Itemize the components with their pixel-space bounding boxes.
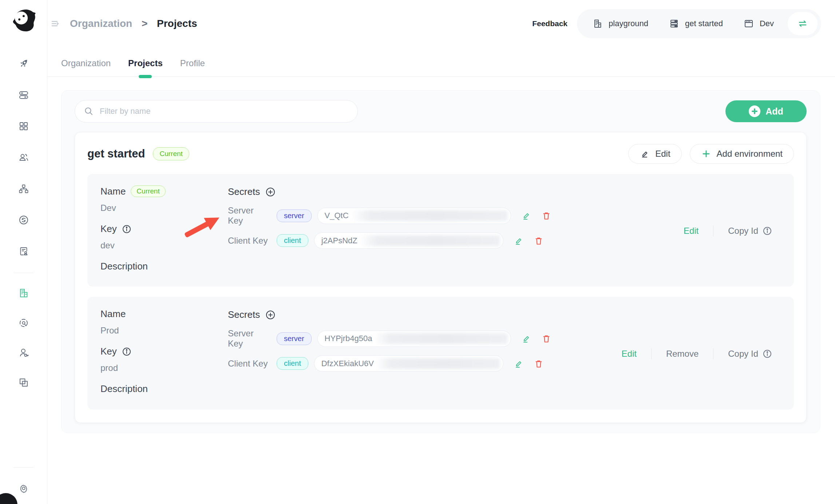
env-remove-link[interactable]: Remove [652, 349, 713, 359]
edit-secret-button[interactable] [513, 358, 524, 369]
breadcrumb-separator: > [142, 18, 147, 29]
client-badge: client [277, 234, 308, 247]
env-description-label: Description [100, 261, 228, 272]
delete-secret-button[interactable] [541, 210, 552, 221]
panel-toolbar: Add [75, 100, 807, 123]
app-root: Organization > Projects Feedback playgro… [0, 0, 835, 504]
server-stack-icon [669, 18, 680, 29]
sync-icon [17, 214, 30, 226]
env-edit-link[interactable]: Edit [669, 226, 713, 236]
client-key-value-field[interactable]: DfzXEkiakU6V [314, 355, 503, 372]
sidebar-item-toggles[interactable] [17, 89, 30, 101]
sidebar-nav-bottom [17, 287, 30, 389]
grid-icon [17, 120, 30, 132]
sidebar-item-rocket[interactable] [17, 57, 30, 70]
trash-icon [533, 358, 544, 369]
server-key-value: V_QtC [325, 211, 349, 220]
name-label: Name [100, 186, 126, 197]
info-icon[interactable] [122, 224, 131, 234]
edit-secret-button[interactable] [521, 333, 531, 344]
sidebar-item-user-key[interactable] [17, 347, 30, 359]
tab-profile[interactable]: Profile [180, 58, 205, 76]
redacted-blur [376, 358, 500, 369]
env-name-label-row: Name [100, 308, 228, 320]
switcher-environment[interactable]: Dev [733, 18, 784, 29]
trash-icon [541, 333, 552, 344]
env-dev-secrets-column: Secrets Server Key server V_QtC [228, 185, 669, 276]
description-label: Description [100, 383, 148, 395]
project-header-actions: Edit Add environment [628, 144, 794, 164]
code-window-icon [743, 18, 754, 29]
delete-secret-button[interactable] [541, 333, 552, 344]
info-icon [763, 226, 772, 236]
context-swap-button[interactable] [788, 12, 818, 35]
plus-circle-icon [749, 105, 760, 117]
client-key-row: Client Key client DfzXEkiakU6V [228, 355, 607, 372]
pencil-icon [513, 358, 524, 369]
delete-secret-button[interactable] [533, 358, 544, 369]
sidebar-item-target[interactable] [17, 317, 30, 329]
server-key-value-field[interactable]: V_QtC [317, 208, 511, 224]
sidebar-item-users[interactable] [17, 151, 30, 164]
edit-secret-button[interactable] [521, 210, 531, 221]
app-logo-icon[interactable] [8, 5, 39, 36]
add-secret-icon[interactable] [265, 309, 276, 320]
pencil-icon [521, 333, 531, 344]
env-copy-id-link[interactable]: Copy Id [713, 226, 787, 236]
collapse-icon [50, 17, 62, 30]
tab-organization[interactable]: Organization [61, 58, 111, 76]
tab-projects[interactable]: Projects [128, 58, 163, 76]
secrets-label: Secrets [228, 309, 260, 320]
sidebar-item-sitemap[interactable] [17, 183, 30, 195]
add-button-label: Add [765, 106, 783, 117]
info-icon[interactable] [122, 347, 131, 356]
red-arrow-annotation [180, 211, 231, 244]
sidebar-item-projects[interactable] [17, 376, 30, 389]
sidebar-item-grid[interactable] [17, 120, 30, 132]
breadcrumb-parent[interactable]: Organization [70, 18, 132, 29]
server-key-row: Server Key server HYPjrb4g50a [228, 328, 607, 349]
topbar-right: Feedback playground [532, 9, 821, 38]
edit-secret-button[interactable] [513, 235, 524, 246]
overlap-squares-icon [17, 376, 30, 389]
plus-icon [701, 149, 711, 159]
filter-input[interactable] [100, 107, 349, 116]
project-edit-button[interactable]: Edit [628, 144, 681, 164]
sidebar-item-organization[interactable] [17, 287, 30, 299]
client-key-value-field[interactable]: j2APsNdZ [314, 232, 503, 249]
copy-id-label: Copy Id [728, 349, 758, 359]
add-project-button[interactable]: Add [725, 100, 807, 122]
server-key-value-field[interactable]: HYPjrb4g50a [317, 331, 511, 347]
sidebar-collapse-button[interactable] [50, 17, 62, 30]
env-edit-link[interactable]: Edit [607, 349, 651, 359]
secrets-label: Secrets [228, 186, 260, 197]
users-icon [17, 151, 30, 164]
server-key-row: Server Key server V_QtC [228, 205, 669, 226]
license-icon [17, 245, 30, 257]
switcher-project[interactable]: get started [658, 18, 733, 29]
tab-bar: Organization Projects Profile [47, 47, 835, 77]
name-label: Name [100, 308, 126, 320]
sidebar-item-settings[interactable] [17, 482, 30, 495]
key-label: Key [100, 346, 117, 357]
delete-secret-button[interactable] [533, 235, 544, 246]
building-icon [592, 18, 603, 29]
trash-icon [533, 235, 544, 246]
env-copy-id-link[interactable]: Copy Id [713, 349, 787, 359]
description-label: Description [100, 261, 148, 272]
swap-arrows-icon [796, 17, 809, 30]
feedback-link[interactable]: Feedback [532, 19, 567, 28]
sidebar-item-license[interactable] [17, 245, 30, 257]
redacted-blur [351, 210, 508, 221]
switcher-organization[interactable]: playground [582, 18, 658, 29]
sidebar-divider [13, 273, 34, 273]
project-card: get started Current Edit Add environment [75, 132, 807, 423]
redacted-blur [374, 333, 507, 344]
sidebar-item-sync[interactable] [17, 214, 30, 226]
switcher-project-label: get started [685, 19, 723, 28]
add-secret-icon[interactable] [265, 187, 276, 197]
add-environment-button[interactable]: Add environment [690, 144, 794, 164]
main-content: Organization Projects Profile Add get st… [47, 47, 835, 433]
gear-icon [17, 482, 30, 495]
breadcrumb: Organization > Projects [70, 18, 197, 29]
